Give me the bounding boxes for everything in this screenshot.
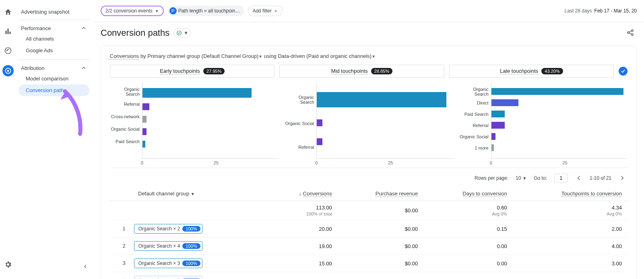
path-length-filter[interactable]: P Path length = all touchpoin… (168, 6, 244, 16)
table-row[interactable]: 4 Organic Search × 5100% 14.00$0.000.575… (110, 272, 627, 279)
early-touchpoints-tile[interactable]: Early touchpoints27.95% (110, 65, 275, 78)
sort-arrow-icon: ↓ (299, 191, 301, 197)
chart-label: Organic Social (459, 133, 491, 140)
next-page-button[interactable] (619, 174, 626, 182)
svg-rect-0 (5, 31, 6, 34)
settings-icon[interactable] (3, 260, 13, 269)
col-revenue[interactable]: Purchase revenue (338, 187, 423, 201)
sidebar-item-google-ads[interactable]: Google Ads (19, 45, 89, 56)
prev-page-button[interactable] (575, 174, 582, 182)
path-chip: Organic Search × 4100% (134, 241, 202, 251)
chart-label: Referral (284, 144, 316, 150)
chart-label: Referral (459, 122, 491, 129)
sidebar: Advertising snapshot Performance All cha… (16, 0, 93, 279)
chart-label: Cross-network (110, 113, 142, 120)
filter-bar: 2/2 conversion events▼ P Path length = a… (93, 0, 644, 22)
col-touchpoints[interactable]: Touchpoints to conversion (513, 187, 627, 201)
icon-rail (0, 0, 16, 279)
chart-label: 1 more (459, 144, 491, 151)
bar-chart-icon[interactable] (3, 27, 13, 36)
sidebar-item-advertising-snapshot[interactable]: Advertising snapshot (19, 7, 89, 16)
path-chip: Organic Search × 5100% (134, 276, 202, 279)
chevron-down-icon: ▼ (184, 30, 188, 36)
sidebar-item-conversion-paths[interactable]: Conversion paths (19, 84, 89, 96)
charts-row: Organic Search Referral Cross-network Or… (110, 82, 627, 165)
chart-mid: Organic Search Organic Social Referral 0… (284, 82, 453, 165)
table-summary-row: 113.00100% of total $0.00 0.60Avg 0% 4.3… (110, 201, 627, 220)
chevron-up-icon (80, 65, 87, 71)
late-touchpoints-tile[interactable]: Late touchpoints43.20% (449, 65, 614, 78)
sidebar-item-all-channels[interactable]: All channels (19, 33, 89, 45)
sidebar-section-attribution[interactable]: Attribution (19, 63, 89, 73)
chart-bar (317, 92, 446, 107)
title-row: Conversion paths ▼ (93, 22, 644, 41)
table-row[interactable]: 3 Organic Search × 3100% 15.00$0.000.003… (110, 255, 627, 272)
chevron-down-icon[interactable]: ▼ (258, 54, 262, 59)
rows-per-page-label: Rows per page: (475, 175, 508, 181)
touchpoints-confirm-icon[interactable] (619, 67, 627, 76)
chart-bar (491, 99, 519, 106)
share-icon[interactable] (626, 29, 634, 38)
chart-bar (491, 88, 623, 95)
page-range: 1-10 of 21 (590, 175, 611, 181)
chart-bar (491, 122, 505, 129)
pager-row: Rows per page: 10▼ Go to: 1-10 of 21 (110, 168, 627, 187)
chart-bar (491, 144, 494, 151)
chart-label: Direct (459, 99, 491, 106)
chart-bar (142, 103, 149, 110)
conversions-metric[interactable]: Conversions (110, 53, 139, 59)
col-channel-group[interactable]: Default channel group ▼ (110, 187, 266, 201)
sidebar-section-performance[interactable]: Performance (19, 23, 89, 33)
sidebar-item-model-comparison[interactable]: Model comparison (19, 73, 89, 84)
chevron-down-icon: ▼ (191, 192, 195, 196)
chart-label: Paid Search (459, 111, 491, 117)
chart-label: Organic Social (284, 120, 316, 127)
path-chip: Organic Search × 3100% (134, 258, 202, 268)
plus-icon: ＋ (273, 8, 278, 14)
chart-bar (142, 116, 147, 123)
chart-label: Organic Search (459, 88, 491, 95)
chart-bar (317, 138, 322, 145)
conversion-events-filter[interactable]: 2/2 conversion events▼ (101, 6, 164, 16)
add-filter-button[interactable]: Add filter ＋ (248, 6, 282, 16)
rows-per-page-select[interactable]: 10▼ (516, 175, 526, 181)
chevron-down-icon[interactable]: ▼ (372, 54, 376, 59)
table-row[interactable]: 2 Organic Search × 4100% 19.00$0.000.004… (110, 238, 627, 255)
svg-rect-1 (7, 29, 8, 34)
chart-bar (491, 133, 495, 140)
explore-icon[interactable] (3, 46, 13, 55)
chart-bar (142, 141, 145, 148)
touchpoint-tiles: Early touchpoints27.95% Mid touchpoints2… (110, 65, 627, 78)
chart-late: Organic Search Direct Paid Search Referr… (459, 82, 627, 165)
filter-badge-p: P (169, 7, 177, 14)
goto-input[interactable] (554, 174, 568, 183)
chart-label: Referral (110, 101, 142, 107)
date-range[interactable]: Last 28 daysFeb 17 - Mar 15, 20 (565, 8, 637, 14)
svg-rect-2 (9, 32, 10, 34)
home-icon[interactable] (3, 7, 13, 17)
svg-point-6 (177, 31, 182, 35)
content-card: Conversions by Primary channel group (De… (101, 45, 637, 279)
advertising-icon[interactable] (2, 65, 14, 76)
chart-bar (142, 128, 147, 135)
col-conversions[interactable]: ↓ Conversions (266, 187, 338, 201)
col-days[interactable]: Days to conversion (423, 187, 513, 201)
check-circle-icon (176, 30, 182, 36)
chart-label: Organic Search (110, 88, 142, 95)
chart-bar (142, 88, 252, 98)
goto-label: Go to: (534, 175, 547, 181)
status-pill[interactable]: ▼ (173, 28, 190, 38)
mid-touchpoints-tile[interactable]: Mid touchpoints28.85% (279, 65, 444, 78)
chart-label: Paid Search (110, 138, 142, 145)
main: 2/2 conversion events▼ P Path length = a… (93, 0, 644, 279)
chart-bar (317, 119, 322, 126)
chevron-up-icon (80, 25, 87, 31)
chart-label: Organic Social (110, 125, 142, 132)
chevron-down-icon: ▼ (522, 176, 526, 181)
path-chip: Organic Search × 2100% (134, 224, 202, 234)
collapse-sidebar-button[interactable] (82, 263, 89, 271)
table-row[interactable]: 1 Organic Search × 2100% 20.00$0.000.152… (110, 220, 627, 238)
svg-point-5 (7, 70, 9, 72)
chevron-down-icon: ▼ (155, 9, 159, 13)
chart-early: Organic Search Referral Cross-network Or… (110, 82, 279, 165)
